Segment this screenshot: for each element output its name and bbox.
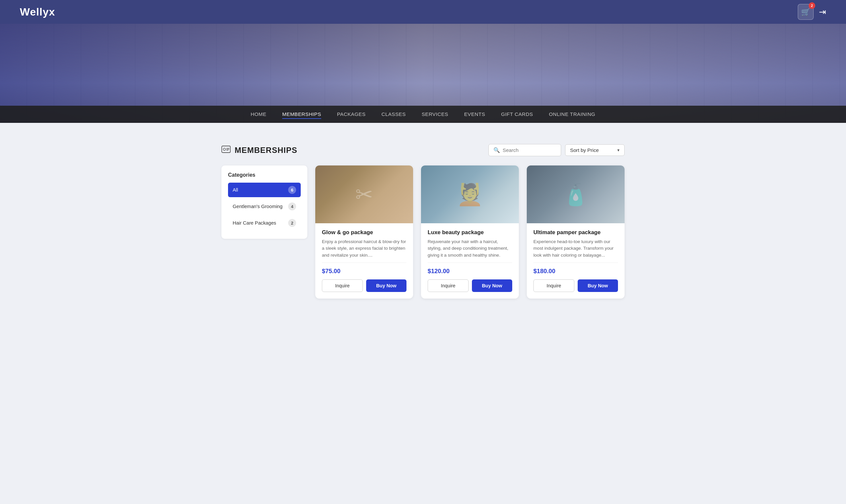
categories-title: Categories bbox=[228, 172, 301, 178]
nav-services[interactable]: SERVICES bbox=[422, 110, 448, 119]
memberships-controls: 🔍 Sort by Price ▾ bbox=[489, 144, 624, 156]
memberships-title-group: MEMBERSHIPS bbox=[222, 146, 297, 155]
card-divider-1 bbox=[322, 263, 406, 263]
card-price-3: $180.00 bbox=[533, 268, 618, 275]
card-actions-3: Inquire Buy Now bbox=[533, 280, 618, 292]
page-title: MEMBERSHIPS bbox=[235, 146, 297, 155]
search-input[interactable] bbox=[503, 147, 556, 153]
card-desc-3: Experience head-to-toe luxury with our m… bbox=[533, 238, 618, 258]
cart-icon: 🛒 bbox=[801, 7, 810, 17]
category-label-haircare: Hair Care Packages bbox=[233, 220, 276, 226]
nav-online-training[interactable]: ONLINE TRAINING bbox=[549, 110, 596, 119]
page-content: MEMBERSHIPS 🔍 Sort by Price ▾ Categories… bbox=[208, 133, 638, 309]
cart-button[interactable]: 🛒 2 bbox=[798, 4, 814, 20]
card-body-2: Luxe beauty package Rejuvenate your hair… bbox=[421, 223, 519, 299]
nav-gift-cards[interactable]: GIFT CARDS bbox=[501, 110, 533, 119]
card-desc-2: Rejuvenate your hair with a haircut, sty… bbox=[428, 238, 512, 258]
chevron-down-icon: ▾ bbox=[617, 148, 620, 152]
logo: Wellyx bbox=[20, 6, 55, 18]
card-image-2 bbox=[421, 165, 519, 223]
nav-classes[interactable]: CLASSES bbox=[381, 110, 406, 119]
svg-point-1 bbox=[224, 148, 226, 150]
card-title-2: Luxe beauty package bbox=[428, 229, 512, 236]
inquire-button-2[interactable]: Inquire bbox=[428, 280, 469, 292]
navbar: HOME MEMBERSHIPS PACKAGES CLASSES SERVIC… bbox=[0, 106, 846, 123]
buy-button-2[interactable]: Buy Now bbox=[472, 280, 512, 292]
buy-button-1[interactable]: Buy Now bbox=[366, 280, 406, 292]
card-actions-1: Inquire Buy Now bbox=[322, 280, 406, 292]
card-body-1: Glow & go package Enjoy a professional h… bbox=[315, 223, 413, 299]
category-count-haircare: 2 bbox=[288, 219, 296, 227]
card-divider-2 bbox=[428, 263, 512, 263]
sidebar: Categories All 6 Gentleman's Grooming 4 … bbox=[222, 165, 307, 239]
card-2: Luxe beauty package Rejuvenate your hair… bbox=[421, 165, 519, 299]
card-actions-2: Inquire Buy Now bbox=[428, 280, 512, 292]
card-image-1 bbox=[315, 165, 413, 223]
search-icon: 🔍 bbox=[493, 147, 500, 153]
memberships-header: MEMBERSHIPS 🔍 Sort by Price ▾ bbox=[222, 144, 624, 156]
login-button[interactable]: ⇥ bbox=[819, 7, 826, 17]
login-icon: ⇥ bbox=[819, 7, 826, 17]
header: Wellyx 🛒 2 ⇥ bbox=[0, 0, 846, 24]
hero-banner: HOME MEMBERSHIPS PACKAGES CLASSES SERVIC… bbox=[0, 24, 846, 123]
inquire-button-3[interactable]: Inquire bbox=[533, 280, 574, 292]
sort-dropdown[interactable]: Sort by Price ▾ bbox=[565, 144, 624, 156]
card-price-1: $75.00 bbox=[322, 268, 406, 275]
category-count-all: 6 bbox=[288, 186, 296, 194]
nav-home[interactable]: HOME bbox=[251, 110, 267, 119]
card-image-3 bbox=[527, 165, 624, 223]
card-desc-1: Enjoy a professional haircut & blow-dry … bbox=[322, 238, 406, 258]
cart-badge: 2 bbox=[809, 2, 815, 9]
category-item-haircare[interactable]: Hair Care Packages 2 bbox=[228, 216, 301, 230]
inquire-button-1[interactable]: Inquire bbox=[322, 280, 363, 292]
memberships-icon bbox=[222, 146, 231, 155]
main-layout: Categories All 6 Gentleman's Grooming 4 … bbox=[222, 165, 624, 299]
card-divider-3 bbox=[533, 263, 618, 263]
category-count-grooming: 4 bbox=[288, 202, 296, 210]
search-box[interactable]: 🔍 bbox=[489, 144, 561, 156]
card-1: Glow & go package Enjoy a professional h… bbox=[315, 165, 413, 299]
nav-events[interactable]: EVENTS bbox=[464, 110, 485, 119]
category-label-all: All bbox=[233, 187, 238, 193]
cards-grid: Glow & go package Enjoy a professional h… bbox=[315, 165, 624, 299]
nav-packages[interactable]: PACKAGES bbox=[337, 110, 366, 119]
category-item-all[interactable]: All 6 bbox=[228, 183, 301, 197]
category-item-grooming[interactable]: Gentleman's Grooming 4 bbox=[228, 199, 301, 214]
buy-button-3[interactable]: Buy Now bbox=[578, 280, 618, 292]
nav-memberships[interactable]: MEMBERSHIPS bbox=[282, 110, 321, 119]
header-actions: 🛒 2 ⇥ bbox=[798, 4, 826, 20]
category-label-grooming: Gentleman's Grooming bbox=[233, 204, 283, 209]
card-title-3: Ultimate pamper package bbox=[533, 229, 618, 236]
card-price-2: $120.00 bbox=[428, 268, 512, 275]
card-3: Ultimate pamper package Experience head-… bbox=[527, 165, 624, 299]
card-title-1: Glow & go package bbox=[322, 229, 406, 236]
sort-label: Sort by Price bbox=[570, 147, 615, 153]
card-body-3: Ultimate pamper package Experience head-… bbox=[527, 223, 624, 299]
